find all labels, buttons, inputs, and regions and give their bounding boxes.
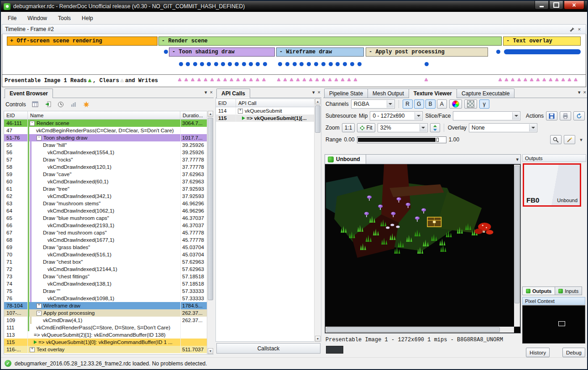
save-texture-button[interactable] bbox=[546, 111, 557, 120]
tab-unbound-texture[interactable]: Unbound bbox=[325, 155, 366, 164]
viewport-horizontal-scrollbar[interactable] bbox=[326, 327, 514, 333]
event-row[interactable]: 109vkCmdDraw(4,1)262.37... bbox=[4, 317, 207, 324]
event-row[interactable]: 70vkCmdDrawIndexed(516,1)45.03704 bbox=[4, 251, 207, 258]
timeline-event-dot[interactable] bbox=[179, 62, 183, 66]
event-row[interactable]: 75Draw ""57.33333 bbox=[4, 287, 207, 295]
timeline-event-dot[interactable] bbox=[228, 62, 232, 66]
timeline-canvas[interactable]: + Off-screen scene rendering- Render sce… bbox=[2, 34, 586, 75]
color-wheel-button[interactable] bbox=[449, 99, 462, 109]
event-row[interactable]: 66vkCmdDrawIndexed(2193,1)46.37037 bbox=[4, 222, 207, 229]
panel-close-icon[interactable]: × bbox=[210, 89, 213, 95]
debug-button[interactable]: Debug bbox=[562, 348, 585, 357]
event-row[interactable]: 46-111-Render scene3064.7... bbox=[4, 120, 207, 127]
statistics-icon[interactable] bbox=[68, 99, 79, 110]
close-button[interactable]: × bbox=[564, 1, 584, 10]
tab-mesh-output[interactable]: Mesh Output bbox=[368, 89, 409, 98]
menu-help[interactable]: Help bbox=[76, 12, 99, 24]
column-header-eid[interactable]: EID bbox=[216, 99, 236, 107]
event-row[interactable]: 57Draw "rocks"37.77778 bbox=[4, 156, 207, 163]
event-row[interactable]: 69Draw "grass blades"45.03704 bbox=[4, 244, 207, 251]
minimize-button[interactable] bbox=[535, 1, 549, 10]
event-row[interactable]: 62vkCmdDrawIndexed(342,1)37.92593 bbox=[4, 193, 207, 200]
event-row[interactable]: 116-...+Text overlay511.7037 bbox=[4, 346, 207, 353]
scrollbar-thumb[interactable] bbox=[514, 166, 520, 303]
tab-inputs[interactable]: Inputs bbox=[555, 287, 582, 295]
timeline-event-dot[interactable] bbox=[329, 62, 333, 66]
viewport-vertical-scrollbar[interactable] bbox=[514, 165, 520, 327]
timeline-event-dot[interactable] bbox=[299, 62, 304, 66]
pin-icon[interactable] bbox=[568, 26, 576, 32]
texture-list-dropdown-icon[interactable]: ▾ bbox=[516, 156, 519, 162]
event-row[interactable]: 64vkCmdDrawIndexed(1062,1)46.96296 bbox=[4, 207, 207, 214]
panel-menu-icon[interactable]: ▾ bbox=[205, 89, 207, 95]
event-row[interactable]: 59Draw "cave"37.62963 bbox=[4, 171, 207, 178]
event-row[interactable]: 113=> vkQueueSubmit(2)[1]: vkEndCommandB… bbox=[4, 331, 207, 339]
event-row[interactable]: 55Draw "hill"39.25926 bbox=[4, 141, 207, 149]
timeline-event-dot[interactable] bbox=[207, 62, 211, 66]
flip-y-button[interactable] bbox=[430, 123, 440, 132]
expander-collapsed-icon[interactable]: + bbox=[30, 347, 35, 352]
bookmark-icon[interactable] bbox=[81, 99, 92, 110]
channel-r-button[interactable]: R bbox=[403, 99, 413, 109]
event-browser-scrollbar[interactable]: ▲ ▼ bbox=[207, 111, 214, 354]
filter-events-icon[interactable] bbox=[30, 99, 41, 110]
timeline-close-icon[interactable]: × bbox=[576, 26, 583, 32]
panel-close-icon[interactable]: × bbox=[318, 89, 320, 95]
range-slider[interactable] bbox=[357, 136, 446, 143]
refresh-button[interactable] bbox=[573, 111, 585, 120]
timeline-event-dot[interactable] bbox=[164, 50, 168, 54]
expander-collapsed-icon[interactable]: + bbox=[37, 303, 42, 308]
timeline-block-text-overlay[interactable]: - Text overlay bbox=[503, 36, 581, 46]
scrollbar-thumb[interactable] bbox=[315, 105, 320, 133]
timeline-event-dot[interactable] bbox=[321, 62, 326, 66]
menu-tools[interactable]: Tools bbox=[52, 12, 76, 24]
column-header-api-call[interactable]: API Call bbox=[236, 99, 315, 107]
timeline-event-dot[interactable] bbox=[214, 62, 218, 66]
scroll-down-icon[interactable]: ▼ bbox=[208, 348, 213, 354]
event-row[interactable]: 47vkCmdBeginRenderPass(C=Clear, D=Clear,… bbox=[4, 127, 207, 134]
expander-expanded-icon[interactable]: - bbox=[30, 121, 35, 126]
event-row[interactable]: 61Draw "tree"37.92593 bbox=[4, 185, 207, 193]
timeline-block-apply-post-processing[interactable]: - Apply post processing bbox=[366, 47, 488, 57]
zoom-percent-combo[interactable]: 32% bbox=[378, 123, 428, 132]
event-row[interactable]: 72vkCmdDrawIndexed(12144,1)57.62963 bbox=[4, 266, 207, 273]
event-row[interactable]: 63Draw "mushroom stems"46.96296 bbox=[4, 200, 207, 207]
scrollbar-thumb[interactable] bbox=[208, 118, 213, 300]
channel-a-button[interactable]: A bbox=[437, 99, 447, 109]
column-header-eid[interactable]: EID bbox=[4, 111, 28, 119]
timeline-event-dot[interactable] bbox=[263, 62, 267, 66]
event-row[interactable]: 115=> vkQueueSubmit(1)[0]: vkBeginComman… bbox=[4, 339, 207, 346]
timeline-event-dot[interactable] bbox=[425, 62, 429, 66]
pixel-context-view[interactable] bbox=[522, 305, 585, 344]
mip-combo[interactable]: 0 - 1272x690 bbox=[370, 111, 423, 120]
goto-eid-icon[interactable] bbox=[42, 99, 53, 110]
event-row[interactable]: 107-...-Apply post processing262.37... bbox=[4, 309, 207, 317]
texture-viewport[interactable] bbox=[325, 164, 521, 334]
timeline-event-dot[interactable] bbox=[242, 62, 246, 66]
timeline-event-dot[interactable] bbox=[293, 62, 297, 66]
event-row[interactable]: 51-76-Toon shading draw1017.7... bbox=[4, 134, 207, 141]
tab-api-calls[interactable]: API Calls bbox=[216, 89, 250, 98]
expander-collapsed-icon[interactable]: + bbox=[238, 109, 243, 114]
timeline-event-dot[interactable] bbox=[186, 62, 190, 66]
timeline-block-render-scene[interactable]: - Render scene bbox=[158, 36, 502, 46]
event-row[interactable]: 68vkCmdDrawIndexed(1677,1)45.77778 bbox=[4, 236, 207, 244]
zoom-1to1-button[interactable]: 1:1 bbox=[342, 123, 355, 132]
autofit-range-button[interactable] bbox=[550, 135, 562, 144]
timeline-event-dot[interactable] bbox=[200, 62, 204, 66]
api-call-row[interactable]: 115=> vkQueueSubmit(1)[... bbox=[216, 115, 321, 122]
event-row[interactable]: 74vkCmdDrawIndexed(138,1)57.18518 bbox=[4, 280, 207, 287]
tab-event-browser[interactable]: Event Browser bbox=[5, 89, 53, 98]
tab-texture-viewer[interactable]: Texture Viewer bbox=[409, 89, 457, 98]
title-bar[interactable]: debugmarker.rdc - RenderDoc Unofficial r… bbox=[1, 1, 587, 12]
tab-capture-executable[interactable]: Capture Executable bbox=[457, 89, 514, 98]
range-handle[interactable] bbox=[436, 138, 439, 142]
background-checker-button[interactable] bbox=[464, 99, 477, 109]
menu-file[interactable]: File bbox=[2, 12, 22, 24]
event-row[interactable]: 73Draw "chest fittings"57.18518 bbox=[4, 273, 207, 280]
timeline-event-dot[interactable] bbox=[285, 62, 289, 66]
channels-combo[interactable]: RGBA bbox=[351, 99, 395, 109]
api-call-row[interactable]: 114+vkQueueSubmit bbox=[216, 107, 321, 115]
panel-close-icon[interactable]: × bbox=[583, 89, 586, 95]
event-row[interactable]: 58vkCmdDrawIndexed(120,1)37.77778 bbox=[4, 163, 207, 171]
